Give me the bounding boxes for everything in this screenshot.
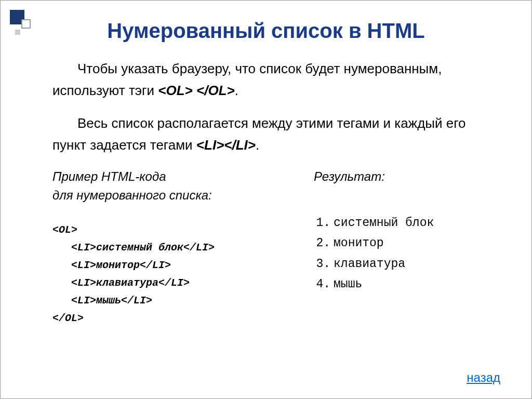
code-ol-close: </OL> [52, 310, 283, 327]
page-title: Нумерованный список в HTML [1, 19, 531, 43]
result-list: 1. системный блок 2. монитор 3. клавиату… [314, 213, 495, 294]
result-item-4: 4. мышь [314, 274, 495, 295]
two-column-layout: Пример HTML-кода для нумерованного списк… [52, 167, 495, 327]
ol-tag-label: <OL> </OL> [158, 83, 234, 98]
paragraph-2: Весь список располагается между этими те… [52, 113, 495, 156]
code-block: <OL> <LI>системный блок</LI> <LI>монитор… [52, 221, 283, 327]
result-num-4: 4. [314, 274, 334, 295]
code-example-label-line2: для нумерованного списка: [52, 186, 283, 205]
back-link[interactable]: назад [467, 370, 500, 385]
left-column: Пример HTML-кода для нумерованного списк… [52, 167, 283, 327]
code-li-2: <LI>монитор</LI> [52, 257, 283, 274]
code-li-1: <LI>системный блок</LI> [52, 239, 283, 257]
result-num-1: 1. [314, 213, 334, 233]
result-item-2: 2. монитор [314, 233, 495, 254]
result-text-3: клавиатура [334, 254, 405, 274]
code-ol-open: <OL> [52, 221, 283, 239]
para1-text: Чтобы указать браузеру, что список будет… [52, 61, 442, 98]
para2-end: . [256, 137, 259, 153]
right-column: Результат: 1. системный блок 2. монитор … [314, 167, 495, 327]
decor-square-outline [21, 19, 31, 29]
result-item-1: 1. системный блок [314, 213, 495, 233]
li-tag-label: <LI></LI> [196, 137, 256, 153]
corner-decoration [10, 10, 36, 36]
result-num-2: 2. [314, 233, 334, 254]
para1-end: . [235, 83, 238, 98]
content-area: Чтобы указать браузеру, что список будет… [1, 58, 531, 327]
decor-square-light [15, 30, 20, 35]
result-label: Результат: [314, 167, 495, 186]
result-text-2: монитор [334, 233, 384, 254]
result-item-3: 3. клавиатура [314, 254, 495, 274]
slide-container: Нумерованный список в HTML Чтобы указать… [0, 0, 532, 399]
paragraph-1: Чтобы указать браузеру, что список будет… [52, 58, 495, 101]
code-li-3: <LI>клавиатура</LI> [52, 274, 283, 292]
result-text-4: мышь [334, 274, 362, 295]
code-li-4: <LI>мышь</LI> [52, 292, 283, 310]
result-text-1: системный блок [334, 213, 434, 233]
result-num-3: 3. [314, 254, 334, 274]
code-example-label-line1: Пример HTML-кода [52, 167, 283, 186]
